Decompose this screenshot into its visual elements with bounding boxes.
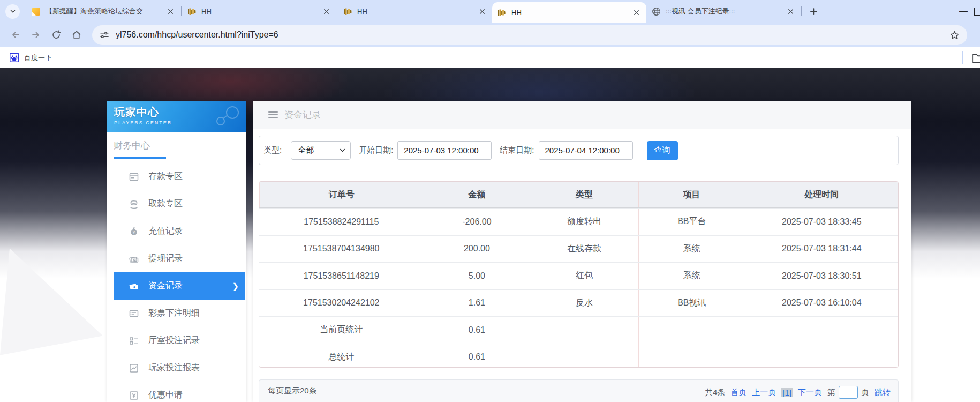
sidebar-item-1[interactable]: 存款专区❯ [114, 163, 245, 190]
deposit-card-icon [129, 172, 139, 182]
tab-close-icon[interactable] [321, 6, 331, 16]
end-date-input[interactable]: 2025-07-04 12:00:00 [539, 141, 633, 160]
bookmark-star-icon[interactable] [949, 30, 960, 40]
main-content-panel: 资金记录 类型: 全部 开始日期: 2025-07-03 12:00:00 结束… [253, 101, 911, 402]
forward-button[interactable] [28, 27, 44, 43]
column-header: 类型 [530, 182, 638, 207]
next-page-link[interactable]: 下一页 [798, 388, 822, 398]
table-row-5: 当前页统计0.61 [259, 316, 898, 344]
sidebar-item-7[interactable]: 厅室投注记录❯ [114, 327, 245, 354]
table-cell: 1751530204242102 [259, 290, 424, 317]
table-cell [745, 344, 898, 368]
sidebar-header: 玩家中心 PLAYERS CENTER [107, 101, 246, 132]
start-date-value: 2025-07-03 12:00:00 [404, 146, 478, 155]
home-button[interactable] [69, 27, 85, 43]
column-header: 项目 [638, 182, 745, 207]
sidebar-item-9[interactable]: 优惠申请❯ [114, 382, 245, 402]
sidebar-item-3[interactable]: ¥充值记录❯ [114, 218, 245, 245]
first-page-link[interactable]: 首页 [730, 388, 747, 398]
bookmark-baidu[interactable]: 百度一下 [10, 53, 52, 63]
tab-close-icon[interactable] [786, 6, 795, 16]
table-cell: 2025-07-03 18:33:45 [745, 209, 898, 235]
player-center-sidebar: 玩家中心 PLAYERS CENTER 财务中心 存款专区❯取款专区❯¥充值记录… [107, 101, 246, 402]
search-button[interactable]: 查询 [647, 141, 678, 160]
table-cell: 在线存款 [530, 236, 638, 263]
sidebar-section-title: 财务中心 [114, 139, 246, 152]
column-header: 处理时间 [745, 182, 898, 207]
sidebar-item-label: 厅室投注记录 [148, 335, 200, 346]
panel-header: 资金记录 [253, 101, 911, 129]
other-bookmarks-folder-icon[interactable] [971, 52, 980, 64]
table-cell [530, 344, 638, 368]
table-cell [530, 317, 638, 344]
bookmarks-separator [962, 51, 963, 64]
hamburger-menu-icon[interactable] [268, 111, 278, 118]
browser-tab-5[interactable]: :::视讯 会员下注纪录::: [646, 0, 801, 23]
hh-favicon-icon [497, 8, 507, 17]
table-cell: 1751538704134980 [259, 236, 424, 263]
chevron-right-icon: ❯ [232, 281, 239, 291]
jump-suffix-text: 页 [861, 388, 869, 398]
chart-icon [129, 363, 139, 374]
jump-action-link[interactable]: 跳转 [875, 388, 891, 398]
withdraw-hand-icon [129, 199, 139, 210]
tab-close-icon[interactable] [631, 8, 641, 17]
table-cell: 系统 [638, 236, 745, 263]
table-cell: 反水 [530, 290, 638, 317]
current-page-indicator: [1] [781, 388, 793, 397]
window-maximize-button[interactable] [974, 8, 980, 16]
jump-page-input[interactable] [839, 386, 858, 399]
bookmark-label: 百度一下 [24, 53, 52, 63]
column-header: 金额 [424, 182, 530, 207]
address-bar[interactable]: yl756.com/hhcp/usercenter.html?iniType=6 [92, 25, 967, 45]
end-date-label: 结束日期: [500, 145, 534, 155]
tab-close-icon[interactable] [165, 6, 175, 16]
table-row-6: 总统计0.61 [259, 344, 898, 368]
table-cell: 1.61 [424, 290, 530, 317]
tab-title: HH [201, 8, 321, 16]
start-date-input[interactable]: 2025-07-03 12:00:00 [397, 141, 492, 160]
tab-title: :::视讯 会员下注纪录::: [666, 6, 786, 16]
sidebar-item-label: 提现记录 [148, 253, 183, 264]
sidebar-item-4[interactable]: 提现记录❯ [114, 245, 245, 272]
sidebar-item-8[interactable]: 玩家投注报表❯ [114, 354, 245, 382]
type-select[interactable]: 全部 [291, 141, 351, 160]
prev-page-link[interactable]: 上一页 [752, 388, 776, 398]
table-footer: 每页显示20条 共4条 首页 上一页 [1] 下一页 第 页 跳转 [259, 379, 899, 402]
browser-tab-2[interactable]: HH [182, 0, 336, 23]
reload-button[interactable] [48, 27, 64, 43]
table-cell: 2025-07-03 18:30:51 [745, 263, 898, 289]
sidebar-item-2[interactable]: 取款专区❯ [114, 190, 245, 218]
sidebar-item-6[interactable]: 彩票下注明细❯ [114, 300, 245, 327]
tab-separator [801, 6, 802, 16]
sidebar-item-label: 取款专区 [148, 198, 183, 210]
sidebar-subtitle: PLAYERS CENTER [114, 120, 246, 125]
table-row-1: 1751538824291115-206.00额度转出BB平台2025-07-0… [259, 208, 898, 235]
table-cell: BB视讯 [638, 290, 745, 317]
browser-tab-3[interactable]: HH [338, 0, 492, 23]
table-cell: 1751538824291115 [259, 209, 424, 235]
gift-icon [129, 390, 139, 401]
table-row-4: 17515302042421021.61反水BB视讯2025-07-03 16:… [259, 289, 898, 317]
table-cell: 1751538651148219 [259, 263, 424, 289]
sidebar-item-5[interactable]: 资金记录❯ [114, 272, 245, 300]
banknotes-icon [129, 254, 139, 264]
table-cell [638, 344, 745, 368]
back-button[interactable] [7, 27, 24, 43]
type-select-value: 全部 [298, 145, 314, 155]
table-body: 1751538824291115-206.00额度转出BB平台2025-07-0… [259, 208, 898, 368]
table-cell: 红包 [530, 263, 638, 289]
browser-tab-strip: 【新提醒】海燕策略论坛综合交HHHHHH:::视讯 会员下注纪录::: — [0, 0, 980, 23]
wallet-icon [129, 281, 139, 292]
browser-tab-4[interactable]: HH [492, 2, 646, 23]
table-cell: 200.00 [424, 236, 530, 263]
tab-search-button[interactable] [5, 4, 20, 19]
browser-tab-1[interactable]: 【新提醒】海燕策略论坛综合交 [26, 0, 180, 23]
tab-close-icon[interactable] [477, 6, 487, 16]
browser-toolbar: yl756.com/hhcp/usercenter.html?iniType=6 [0, 23, 980, 47]
window-minimize-button[interactable]: — [953, 6, 974, 16]
sidebar-item-label: 优惠申请 [148, 390, 183, 401]
site-settings-icon[interactable] [100, 30, 109, 40]
new-tab-button[interactable] [806, 4, 820, 18]
gamepad-decoration-icon [209, 103, 243, 130]
